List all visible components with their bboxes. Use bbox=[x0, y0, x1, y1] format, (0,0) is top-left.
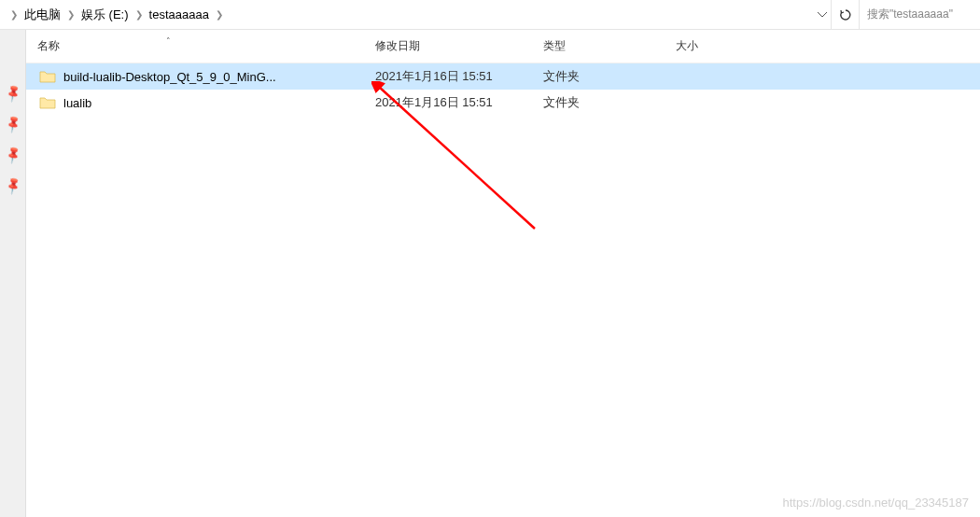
file-name: lualib bbox=[63, 96, 91, 110]
chevron-right-icon: ❯ bbox=[133, 9, 146, 20]
pin-icon[interactable]: 📌 bbox=[3, 175, 23, 195]
pin-icon[interactable]: 📌 bbox=[3, 83, 23, 103]
column-header-type[interactable]: 类型 bbox=[532, 38, 665, 54]
file-date: 2021年1月16日 15:51 bbox=[364, 68, 532, 85]
pin-icon[interactable]: 📌 bbox=[3, 114, 23, 133]
table-row[interactable]: build-lualib-Desktop_Qt_5_9_0_MinG... 20… bbox=[26, 63, 980, 90]
folder-icon bbox=[39, 96, 56, 109]
chevron-right-icon: ❯ bbox=[213, 9, 226, 20]
file-view: 名称 ˄ 修改日期 类型 大小 build-lualib-Desktop_Qt_… bbox=[26, 30, 980, 517]
chevron-right-icon: ❯ bbox=[7, 9, 21, 20]
file-type: 文件夹 bbox=[532, 68, 665, 85]
column-header-name[interactable]: 名称 ˄ bbox=[26, 38, 364, 54]
file-list: build-lualib-Desktop_Qt_5_9_0_MinG... 20… bbox=[26, 63, 980, 116]
refresh-button[interactable] bbox=[831, 0, 859, 29]
column-header-size[interactable]: 大小 bbox=[665, 38, 758, 54]
pin-icon[interactable]: 📌 bbox=[3, 145, 23, 164]
chevron-right-icon: ❯ bbox=[64, 9, 77, 20]
file-type: 文件夹 bbox=[532, 94, 665, 111]
breadcrumb-segment[interactable]: 娱乐 (E:) bbox=[77, 7, 133, 23]
quick-access-sidebar: 📌 📌 📌 📌 bbox=[0, 30, 26, 517]
address-toolbar: ❯ 此电脑 ❯ 娱乐 (E:) ❯ testaaaaaa ❯ 搜索"testaa… bbox=[0, 0, 980, 30]
breadcrumb-segment[interactable]: 此电脑 bbox=[21, 7, 64, 23]
search-input[interactable]: 搜索"testaaaaaa" bbox=[859, 0, 980, 29]
address-dropdown[interactable] bbox=[814, 0, 831, 29]
breadcrumb[interactable]: ❯ 此电脑 ❯ 娱乐 (E:) ❯ testaaaaaa ❯ bbox=[0, 0, 814, 29]
table-row[interactable]: lualib 2021年1月16日 15:51 文件夹 bbox=[26, 90, 980, 116]
file-date: 2021年1月16日 15:51 bbox=[364, 94, 532, 111]
watermark: https://blog.csdn.net/qq_23345187 bbox=[783, 496, 970, 510]
file-name: build-lualib-Desktop_Qt_5_9_0_MinG... bbox=[63, 70, 276, 84]
refresh-icon bbox=[838, 7, 853, 22]
sort-ascending-icon: ˄ bbox=[166, 36, 171, 46]
column-label: 名称 bbox=[37, 39, 60, 52]
folder-icon bbox=[39, 70, 56, 83]
breadcrumb-segment[interactable]: testaaaaaa bbox=[146, 7, 213, 21]
columns-header: 名称 ˄ 修改日期 类型 大小 bbox=[26, 30, 980, 63]
column-header-date[interactable]: 修改日期 bbox=[364, 38, 532, 54]
